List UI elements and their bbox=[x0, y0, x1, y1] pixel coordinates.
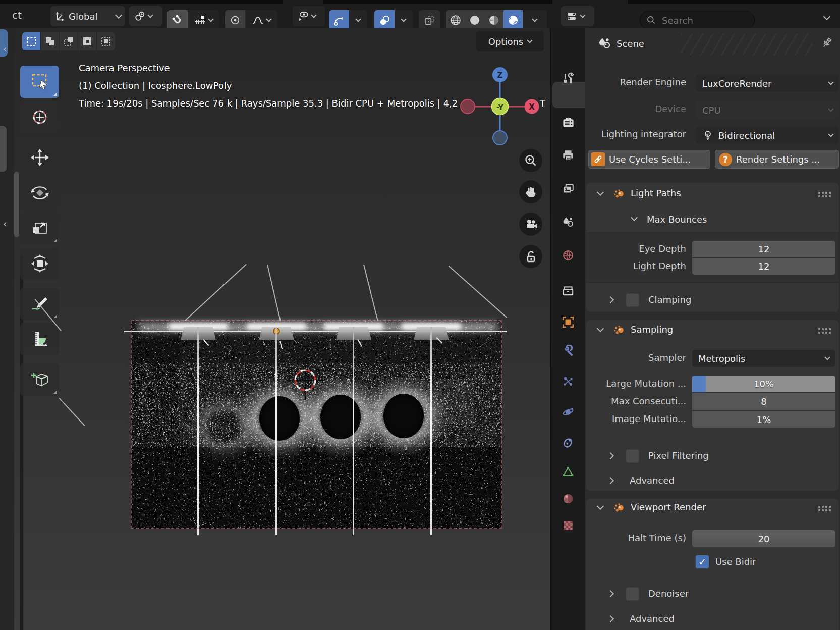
tab-material[interactable] bbox=[554, 488, 582, 510]
shading-wireframe-button[interactable] bbox=[446, 10, 465, 30]
proportional-editing-toggle[interactable] bbox=[225, 10, 245, 30]
toggle-xray-button[interactable] bbox=[419, 10, 440, 30]
tool-add-cube[interactable] bbox=[20, 363, 59, 396]
options-dropdown[interactable]: Options bbox=[476, 31, 544, 51]
tool-select-box[interactable] bbox=[20, 66, 59, 98]
denoiser-checkbox[interactable] bbox=[626, 587, 639, 601]
tool-transform[interactable] bbox=[20, 247, 59, 280]
clamping-label[interactable]: Clamping bbox=[648, 294, 691, 305]
tab-physics[interactable] bbox=[554, 401, 582, 423]
proportional-falloff-dropdown[interactable] bbox=[245, 10, 277, 30]
render-settings-button[interactable]: ? Render Settings ... bbox=[715, 150, 839, 169]
select-mode-new-button[interactable] bbox=[22, 32, 40, 50]
use-cycles-settings-label: Use Cycles Setti... bbox=[609, 154, 691, 165]
search-icon bbox=[646, 15, 656, 25]
tab-particles[interactable] bbox=[554, 371, 582, 393]
device-dropdown: CPU bbox=[696, 101, 839, 119]
shading-solid-button[interactable] bbox=[465, 10, 484, 30]
denoiser-label[interactable]: Denoiser bbox=[648, 588, 689, 599]
collapse-left-chevron-icon[interactable]: ‹ bbox=[3, 218, 7, 229]
pan-hand-button[interactable] bbox=[519, 180, 542, 203]
halt-time-field[interactable]: 20 bbox=[692, 530, 835, 547]
tool-rotate[interactable] bbox=[20, 177, 59, 209]
zoom-button[interactable] bbox=[519, 149, 542, 172]
use-cycles-settings-button[interactable]: Use Cycles Setti... bbox=[588, 150, 710, 169]
tab-output[interactable] bbox=[554, 144, 582, 167]
eye-depth-field[interactable]: 12 bbox=[692, 241, 835, 257]
select-mode-subtract-button[interactable] bbox=[60, 32, 78, 50]
tab-view-layer[interactable] bbox=[554, 178, 582, 200]
tool-measure[interactable] bbox=[20, 323, 59, 355]
scrollbar[interactable] bbox=[14, 172, 19, 237]
tab-collection[interactable] bbox=[554, 280, 582, 302]
pixel-filtering-checkbox[interactable] bbox=[626, 449, 639, 463]
viewport-render-advanced-label[interactable]: Advanced bbox=[630, 613, 675, 624]
viewport-3d[interactable]: ‹ ‹ Options Camera Perspec bbox=[0, 28, 550, 630]
editor-type-button[interactable] bbox=[561, 6, 594, 26]
sampler-dropdown[interactable]: Metropolis bbox=[692, 350, 835, 367]
navigation-gizmo[interactable]: Z X -Y bbox=[460, 64, 543, 146]
tab-tool[interactable] bbox=[554, 68, 582, 90]
snap-toggle-button[interactable] bbox=[167, 10, 188, 30]
tool-scale[interactable] bbox=[20, 212, 59, 244]
sampling-advanced-label[interactable]: Advanced bbox=[630, 475, 675, 486]
camera-view-button[interactable] bbox=[519, 213, 542, 236]
tool-corner-indicator bbox=[53, 390, 57, 394]
question-icon: ? bbox=[719, 153, 732, 166]
light-depth-field[interactable]: 12 bbox=[692, 258, 835, 275]
tab-texture[interactable] bbox=[554, 514, 582, 537]
search-input[interactable] bbox=[661, 15, 739, 26]
select-mode-invert-button[interactable] bbox=[78, 32, 96, 50]
viewport-render-title[interactable]: Viewport Render bbox=[631, 502, 706, 512]
select-mode-intersect-button[interactable] bbox=[97, 32, 115, 50]
shading-rendered-button[interactable] bbox=[503, 10, 523, 30]
search-box[interactable] bbox=[640, 11, 755, 30]
tab-object-data[interactable] bbox=[554, 460, 582, 483]
show-gizmo-toggle[interactable] bbox=[329, 10, 349, 30]
tab-scene[interactable] bbox=[554, 211, 582, 233]
pixel-filtering-label[interactable]: Pixel Filtering bbox=[648, 450, 709, 461]
max-bounces-title[interactable]: Max Bounces bbox=[647, 214, 707, 225]
large-mutation-slider[interactable]: 10% bbox=[692, 376, 835, 392]
sampling-title[interactable]: Sampling bbox=[631, 324, 673, 335]
lock-open-button[interactable] bbox=[519, 245, 542, 268]
integrator-dropdown[interactable]: Bidirectional bbox=[696, 127, 839, 144]
tab-world[interactable] bbox=[554, 244, 582, 267]
tab-constraints[interactable] bbox=[554, 431, 582, 453]
pin-icon[interactable] bbox=[820, 36, 833, 49]
overlays-settings-dropdown[interactable] bbox=[395, 10, 413, 30]
tab-modifiers[interactable] bbox=[554, 340, 582, 362]
transform-orientation-dropdown[interactable]: Global bbox=[50, 6, 125, 26]
light-paths-title[interactable]: Light Paths bbox=[631, 188, 681, 198]
clamping-checkbox[interactable] bbox=[626, 293, 639, 307]
show-overlays-toggle[interactable] bbox=[374, 10, 395, 30]
shading-material-button[interactable] bbox=[484, 10, 503, 30]
scene-wire bbox=[449, 266, 507, 318]
scene-wire bbox=[59, 398, 85, 426]
grip-dots-icon[interactable] bbox=[818, 192, 820, 194]
pivot-point-dropdown[interactable] bbox=[129, 6, 162, 26]
snap-settings-dropdown[interactable] bbox=[188, 10, 219, 30]
tool-cursor[interactable] bbox=[20, 101, 59, 133]
breadcrumb[interactable]: Scene bbox=[617, 38, 644, 49]
tool-move[interactable] bbox=[20, 141, 59, 174]
viewport-overlay-render-stats: Time: 19s/20s | Samples/Sec 76 k | Rays/… bbox=[79, 98, 458, 109]
menu-item-partial[interactable]: ct bbox=[12, 9, 22, 21]
use-bidir-checkbox[interactable]: ✓ bbox=[695, 555, 709, 569]
grip-dots-icon[interactable] bbox=[818, 328, 820, 330]
grip-dots-icon[interactable] bbox=[818, 506, 820, 508]
tab-render[interactable] bbox=[554, 111, 582, 133]
tab-object[interactable] bbox=[554, 311, 582, 333]
image-mutation-field[interactable]: 1% bbox=[692, 411, 835, 428]
shading-settings-dropdown[interactable] bbox=[523, 10, 547, 30]
select-mode-extend-button[interactable] bbox=[41, 32, 59, 50]
partial-button bbox=[0, 126, 7, 172]
max-consecutive-field[interactable]: 8 bbox=[692, 393, 835, 410]
object-type-visibility-dropdown[interactable] bbox=[293, 6, 325, 26]
chevron-down-icon bbox=[147, 12, 153, 18]
editor-menu-chevron-icon[interactable] bbox=[823, 13, 830, 20]
gizmo-settings-dropdown[interactable] bbox=[349, 10, 367, 30]
use-bidir-label[interactable]: Use Bidir bbox=[715, 556, 756, 567]
collapse-left-chevron-icon[interactable]: ‹ bbox=[3, 43, 7, 55]
render-engine-dropdown[interactable]: LuxCoreRender bbox=[696, 75, 839, 92]
